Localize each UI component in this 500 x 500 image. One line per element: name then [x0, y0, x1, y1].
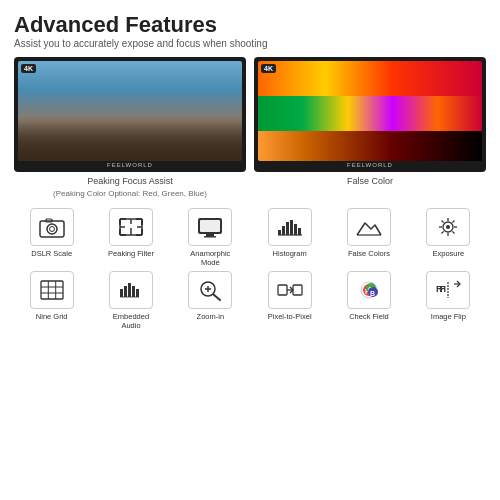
anamorphic-mode-label: AnamorphicMode — [190, 249, 230, 267]
monitor-1-frame: 4K FEELWORLD — [14, 57, 246, 172]
grid-icon — [38, 279, 66, 301]
starburst-icon — [434, 216, 462, 238]
exposure-icon-box — [426, 208, 470, 246]
monitor-1: 4K FEELWORLD Peaking Focus Assist (Peaki… — [14, 57, 246, 199]
monitor-1-brand: FEELWORLD — [18, 162, 242, 168]
svg-rect-46 — [128, 283, 131, 297]
histogram-icon-box — [268, 208, 312, 246]
monitors-row: 4K FEELWORLD Peaking Focus Assist (Peaki… — [14, 57, 486, 199]
zoomin-icon — [196, 279, 224, 301]
camera-icon — [38, 216, 66, 238]
feature-exposure: Exposure — [411, 208, 486, 267]
anamorphic-mode-icon-box — [188, 208, 232, 246]
monitor-icon — [196, 216, 224, 238]
check-field-label: Check Field — [349, 312, 389, 321]
pixel-to-pixel-icon-box — [268, 271, 312, 309]
crosshair-icon — [117, 216, 145, 238]
svg-rect-55 — [293, 285, 302, 295]
svg-rect-47 — [132, 286, 135, 297]
monitor-1-badge: 4K — [21, 64, 36, 73]
histogram-label: Histogram — [273, 249, 307, 258]
svg-rect-21 — [278, 230, 281, 235]
svg-rect-22 — [282, 226, 285, 235]
feature-check-field: R G B Check Field — [331, 271, 406, 330]
feature-embedded-audio: EmbeddedAudio — [93, 271, 168, 330]
svg-rect-23 — [286, 222, 289, 235]
false-colors-icon-box — [347, 208, 391, 246]
exposure-label: Exposure — [432, 249, 464, 258]
svg-line-36 — [453, 220, 455, 222]
svg-text:R: R — [439, 284, 446, 294]
nine-grid-icon-box — [30, 271, 74, 309]
features-grid: DSLR Scale — [14, 208, 486, 330]
svg-point-38 — [446, 225, 450, 229]
image-flip-icon-box: R R — [426, 271, 470, 309]
peaking-filter-icon-box — [109, 208, 153, 246]
zoom-in-label: Zoom-in — [197, 312, 225, 321]
svg-rect-18 — [200, 220, 220, 232]
svg-line-37 — [442, 231, 444, 233]
histogram-icon — [276, 216, 304, 238]
embedded-audio-icon-box — [109, 271, 153, 309]
audio-icon — [117, 279, 145, 301]
page-container: Advanced Features Assist you to accurate… — [0, 0, 500, 500]
imageflip-icon: R R — [434, 279, 462, 301]
feature-anamorphic-mode: AnamorphicMode — [173, 208, 248, 267]
checkfield-icon: R G B — [355, 279, 383, 301]
svg-rect-26 — [298, 228, 301, 235]
monitor-2-caption: False Color — [347, 176, 393, 188]
page-subtitle: Assist you to accurately expose and focu… — [14, 38, 486, 49]
monitor-2: 4K FEELWORLD False Color — [254, 57, 486, 199]
svg-point-1 — [47, 224, 57, 234]
monitor-2-brand: FEELWORLD — [258, 162, 482, 168]
feature-histogram: Histogram — [252, 208, 327, 267]
svg-rect-20 — [204, 236, 216, 238]
check-field-icon-box: R G B — [347, 271, 391, 309]
feature-image-flip: R R Image Flip — [411, 271, 486, 330]
svg-rect-45 — [124, 286, 127, 297]
dslr-scale-icon-box — [30, 208, 74, 246]
feature-peaking-filter: Peaking Filter — [93, 208, 168, 267]
false-colors-label: False Colors — [348, 249, 390, 258]
svg-rect-44 — [120, 289, 123, 297]
svg-line-35 — [453, 231, 455, 233]
page-title: Advanced Features — [14, 12, 486, 38]
feature-false-colors: False Colors — [331, 208, 406, 267]
feature-zoom-in: Zoom-in — [173, 271, 248, 330]
svg-rect-25 — [294, 224, 297, 235]
svg-rect-24 — [290, 220, 293, 235]
svg-line-34 — [442, 220, 444, 222]
dslr-scale-label: DSLR Scale — [31, 249, 72, 258]
feature-pixel-to-pixel: Pixel-to-Pixel — [252, 271, 327, 330]
monitor-1-screen: 4K — [18, 61, 242, 161]
monitor-1-caption: Peaking Focus Assist (Peaking Color Opti… — [53, 176, 207, 199]
svg-text:B: B — [370, 290, 375, 297]
peaking-filter-label: Peaking Filter — [108, 249, 154, 258]
svg-point-3 — [49, 226, 54, 231]
svg-rect-19 — [206, 234, 214, 236]
monitor-2-badge: 4K — [261, 64, 276, 73]
monitor-2-frame: 4K FEELWORLD — [254, 57, 486, 172]
monitor-2-screen: 4K — [258, 61, 482, 161]
svg-rect-39 — [41, 281, 63, 299]
nine-grid-label: Nine Grid — [36, 312, 68, 321]
zoom-in-icon-box — [188, 271, 232, 309]
svg-rect-54 — [278, 285, 287, 295]
svg-rect-48 — [136, 289, 139, 297]
feature-nine-grid: Nine Grid — [14, 271, 89, 330]
feature-dslr-scale: DSLR Scale — [14, 208, 89, 267]
svg-line-51 — [214, 294, 221, 300]
embedded-audio-label: EmbeddedAudio — [113, 312, 149, 330]
pixel-to-pixel-label: Pixel-to-Pixel — [268, 312, 312, 321]
mountain-icon — [355, 216, 383, 238]
pixelpixel-icon — [276, 279, 304, 301]
image-flip-label: Image Flip — [431, 312, 466, 321]
